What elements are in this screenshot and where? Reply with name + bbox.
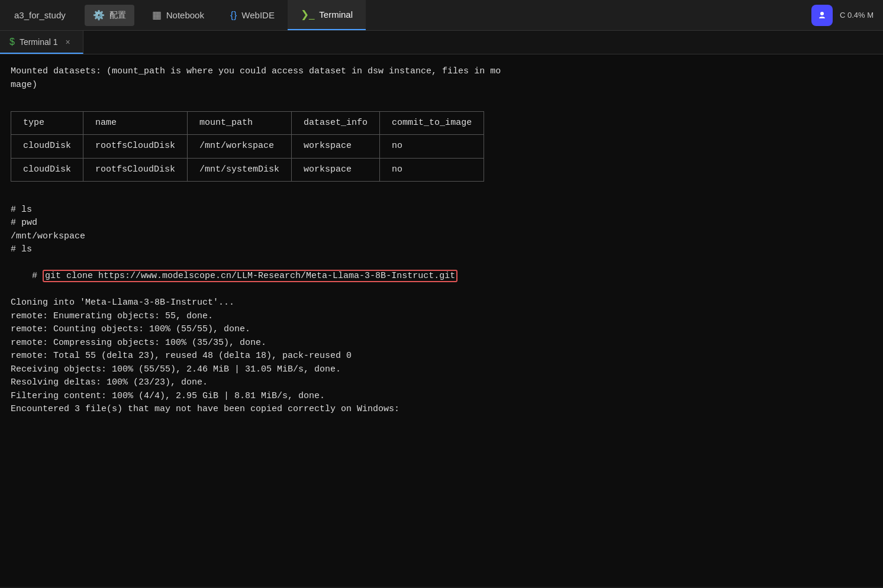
notebook-icon: ▦ xyxy=(152,9,162,21)
row1-type: cloudDisk xyxy=(11,135,83,159)
row2-dataset-info: workspace xyxy=(292,158,380,182)
output-total: remote: Total 55 (delta 23), reused 48 (… xyxy=(11,350,872,363)
webide-label: WebIDE xyxy=(241,10,275,20)
terminal-tab-1[interactable]: $ Terminal 1 × xyxy=(0,31,83,54)
table-row: cloudDisk rootfsCloudDisk /mnt/systemDis… xyxy=(11,158,484,182)
row1-name: rootfsCloudDisk xyxy=(83,135,188,159)
output-enum: remote: Enumerating objects: 55, done. xyxy=(11,310,872,324)
row2-commit: no xyxy=(380,158,484,182)
col-commit-to-image: commit_to_image xyxy=(380,111,484,135)
col-type: type xyxy=(11,111,83,135)
svg-point-1 xyxy=(820,12,824,15)
output-compressing: remote: Compressing objects: 100% (35/35… xyxy=(11,337,872,350)
col-name: name xyxy=(83,111,188,135)
notebook-tab[interactable]: ▦ Notebook xyxy=(139,0,217,30)
config-label: 配置 xyxy=(109,10,126,21)
config-tab[interactable]: ⚙️ 配置 xyxy=(85,5,134,26)
cmd-git-line: # git clone https://www.modelscope.cn/LL… xyxy=(11,257,872,297)
blank-line-1 xyxy=(11,190,872,203)
cmd-ls-2: # ls xyxy=(11,243,872,257)
terminal-tab-label: Terminal 1 xyxy=(20,37,58,47)
col-mount-path: mount_path xyxy=(188,111,292,135)
row2-mount-path: /mnt/systemDisk xyxy=(188,158,292,182)
output-resolving: Resolving deltas: 100% (23/23), done. xyxy=(11,376,872,390)
git-clone-command: git clone https://www.modelscope.cn/LLM-… xyxy=(43,270,457,282)
row1-commit: no xyxy=(380,135,484,159)
output-pwd: /mnt/workspace xyxy=(11,230,872,244)
cmd-pwd: # pwd xyxy=(11,217,872,230)
row1-mount-path: /mnt/workspace xyxy=(188,135,292,159)
terminal-tabbar: $ Terminal 1 × xyxy=(0,31,883,54)
terminal-nav-icon: ❯_ xyxy=(301,8,314,21)
output-counting: remote: Counting objects: 100% (55/55), … xyxy=(11,323,872,337)
terminal-nav-label: Terminal xyxy=(319,9,353,20)
terminal-content[interactable]: Mounted datasets: (mount_path is where y… xyxy=(0,54,883,587)
row2-type: cloudDisk xyxy=(11,158,83,182)
terminal-tab-nav[interactable]: ❯_ Terminal xyxy=(288,0,366,30)
header-line-2: mage) xyxy=(11,79,872,92)
webide-tab[interactable]: {} WebIDE xyxy=(217,0,288,30)
row1-dataset-info: workspace xyxy=(292,135,380,159)
config-icon: ⚙️ xyxy=(93,9,105,21)
output-encountered: Encountered 3 file(s) that may not have … xyxy=(11,403,872,416)
top-nav: a3_for_study ⚙️ 配置 ▦ Notebook {} WebIDE … xyxy=(0,0,883,31)
nav-right: C 0.4% M xyxy=(811,5,883,26)
col-dataset-info: dataset_info xyxy=(292,111,380,135)
prompt-symbol: # xyxy=(32,271,43,281)
project-name: a3_for_study xyxy=(0,10,80,20)
output-cloning: Cloning into 'Meta-Llama-3-8B-Instruct'.… xyxy=(11,296,872,310)
row2-name: rootfsCloudDisk xyxy=(83,158,188,182)
webide-icon: {} xyxy=(230,9,237,21)
notebook-label: Notebook xyxy=(166,10,204,20)
terminal-tab-icon: $ xyxy=(9,37,15,47)
cmd-ls-1: # ls xyxy=(11,203,872,217)
header-line-1: Mounted datasets: (mount_path is where y… xyxy=(11,65,872,79)
close-icon[interactable]: × xyxy=(63,37,73,47)
cpu-status: C 0.4% M xyxy=(840,11,874,20)
table-row: cloudDisk rootfsCloudDisk /mnt/workspace… xyxy=(11,135,484,159)
output-receiving: Receiving objects: 100% (55/55), 2.46 Mi… xyxy=(11,363,872,377)
avatar xyxy=(811,5,833,26)
output-filtering: Filtering content: 100% (4/4), 2.95 GiB … xyxy=(11,390,872,403)
datasets-table: type name mount_path dataset_info commit… xyxy=(11,111,484,182)
